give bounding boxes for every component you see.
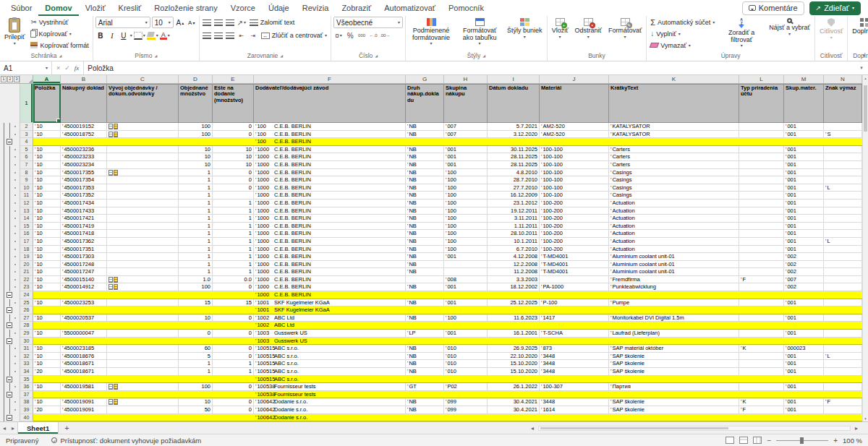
cell-M27[interactable]: 001 [784, 314, 824, 322]
align-bottom-button[interactable] [225, 17, 235, 28]
cell-L18[interactable] [739, 246, 784, 254]
cell-D5[interactable]: 10 [179, 146, 213, 154]
cell-M32[interactable]: 001 [784, 353, 824, 361]
add-sheet-button[interactable]: + [59, 422, 75, 434]
cell-C12[interactable] [107, 200, 179, 207]
page-break-view-button[interactable] [753, 437, 762, 444]
cell-E5[interactable]: 10 [213, 146, 254, 154]
cell-F7[interactable]: 1000C.E.B. BERLIN [254, 161, 406, 169]
conditional-formatting-button[interactable]: Podmienené formátovanie▾ [408, 17, 454, 46]
cell-B23[interactable]: 4500014912 [61, 283, 107, 291]
cell-C10[interactable] [107, 184, 179, 192]
cell-J31[interactable]: 873 [540, 345, 609, 353]
cell-F36[interactable]: 100538Fournisseur tests [254, 383, 406, 391]
bold-button[interactable]: B [95, 30, 106, 41]
decrease-font-button[interactable]: A▾ [187, 17, 197, 28]
cell-N12[interactable] [824, 200, 862, 207]
cell-J7[interactable]: 100-100 [540, 161, 609, 169]
cell-N13[interactable] [824, 207, 862, 215]
cell-K12[interactable]: Actuation [609, 200, 739, 207]
row-number-39[interactable]: 39 [20, 406, 33, 414]
cell-H17[interactable]: 100 [444, 238, 488, 246]
cell-G31[interactable]: NB [406, 345, 444, 353]
increase-decimal-button[interactable]: ←.0 [368, 30, 378, 41]
cell-K10[interactable]: Casings [609, 184, 739, 192]
find-select-button[interactable]: Nájsť a vybrať▾ [767, 17, 812, 36]
cell-F6[interactable]: 1000C.E.B. BERLIN [254, 153, 406, 161]
cell-J6[interactable]: 100-100 [540, 153, 609, 161]
cell-E22[interactable]: 0.0 [213, 276, 254, 284]
formula-input[interactable]: Položka [84, 61, 855, 74]
cell-B16[interactable]: 4500017418 [61, 230, 107, 238]
cell-G15[interactable]: NB [406, 223, 444, 231]
cell-A11[interactable]: 10 [33, 192, 61, 200]
cell-C13[interactable] [107, 207, 179, 215]
cell-I16[interactable]: 28.10.2011 [488, 230, 540, 238]
cell-K3[interactable]: KATALYSATOR [609, 131, 739, 139]
cell-C9[interactable] [107, 176, 179, 184]
cell-J15[interactable]: 100-200 [540, 223, 609, 231]
clear-button[interactable]: Vymazať▾ [649, 40, 716, 51]
cell-C6[interactable] [107, 153, 179, 161]
column-header-A[interactable]: A [33, 75, 61, 83]
cell-C17[interactable] [107, 238, 179, 246]
italic-button[interactable]: I [107, 30, 117, 41]
cell-F3[interactable]: 100C.E.B. BERLIN [254, 131, 406, 139]
cell-N21[interactable] [824, 268, 862, 276]
tab-automatizovat[interactable]: Automatizovať [378, 0, 442, 16]
cell-G2[interactable]: NB [406, 123, 444, 131]
cell-A33[interactable]: 10 [33, 360, 61, 368]
cell-L3[interactable] [739, 131, 784, 139]
cell-C15[interactable] [107, 223, 179, 231]
font-dialog-launcher[interactable]: ◢ [154, 54, 157, 58]
cell-J27[interactable]: 1417 [540, 314, 609, 322]
cell-I38[interactable]: 30.4.2021 [488, 398, 540, 406]
cell-E38[interactable]: 0 [213, 398, 254, 406]
cell-M17[interactable]: 001 [784, 238, 824, 246]
expand-formula-bar-button[interactable]: ▾ [855, 61, 868, 74]
cell-A10[interactable]: 10 [33, 184, 61, 192]
cell-C21[interactable] [107, 268, 179, 276]
font-size-select[interactable]: 10▾ [152, 17, 174, 28]
cell-I19[interactable]: 4.12.2008 [488, 253, 540, 261]
cell-D17[interactable]: 1 [179, 238, 213, 246]
cell-B18[interactable]: 4500017351 [61, 246, 107, 254]
cell-B3[interactable]: 4500018752 [61, 131, 107, 139]
row-number-7[interactable]: 7 [20, 161, 33, 169]
cell-J9[interactable]: 100-100 [540, 176, 609, 184]
cell-D34[interactable]: 1 [179, 368, 213, 376]
cell-D9[interactable]: 1 [179, 176, 213, 184]
outline-level-button[interactable]: 3 [14, 76, 20, 82]
cell-G8[interactable]: NB [406, 169, 444, 177]
align-middle-button[interactable] [213, 17, 224, 28]
cell-B8[interactable]: 4500017355 [61, 169, 107, 177]
cell-L17[interactable] [739, 238, 784, 246]
cell-J29[interactable]: T-SCHA [540, 330, 609, 338]
cell-I33[interactable]: 15.10.2020 [488, 360, 540, 368]
row-number-24[interactable]: 24 [20, 291, 33, 299]
cell-subtotal-40[interactable]: 100642Dodanie s.r.o. [33, 414, 862, 421]
cell-D16[interactable]: 1 [179, 230, 213, 238]
cell-L1[interactable]: Typ priradenia účtu [739, 84, 784, 123]
delete-cells-button[interactable]: ×Odstrániť▾ [573, 17, 604, 39]
row-number-15[interactable]: 15 [20, 223, 33, 231]
tab-vlozit[interactable]: Vložiť [79, 0, 112, 16]
cell-N18[interactable] [824, 246, 862, 254]
cell-C7[interactable] [107, 161, 179, 169]
cell-E9[interactable]: 0 [213, 176, 254, 184]
cell-G6[interactable]: NB [406, 153, 444, 161]
cell-L29[interactable] [739, 330, 784, 338]
cell-D22[interactable]: 1.0 [179, 276, 213, 284]
cell-D7[interactable]: 10 [179, 161, 213, 169]
cell-E2[interactable]: 0 [213, 123, 254, 131]
cell-E7[interactable]: 10 [213, 161, 254, 169]
collapse-ribbon-button[interactable]: ▾ [862, 53, 865, 59]
column-header-N[interactable]: N [824, 75, 862, 83]
row-number-26[interactable]: 26 [20, 306, 33, 314]
cell-H32[interactable]: 010 [444, 353, 488, 361]
cell-B17[interactable]: 4500017362 [61, 238, 107, 246]
cell-K14[interactable]: Actuation [609, 215, 739, 223]
cell-I25[interactable]: 25.12.2025 [488, 299, 540, 307]
column-header-C[interactable]: C [107, 75, 179, 83]
cell-M12[interactable]: 001 [784, 200, 824, 207]
